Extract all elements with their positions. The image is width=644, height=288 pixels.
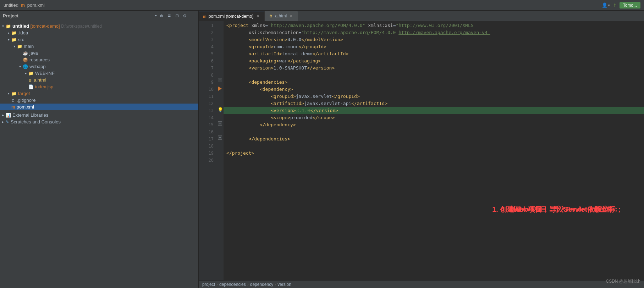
arrow-webapp xyxy=(17,65,23,68)
label-target: target xyxy=(18,91,197,96)
dropdown-arrow[interactable]: ▾ xyxy=(155,13,157,18)
tree-item-idea[interactable]: 📁 .idea xyxy=(0,29,198,36)
line-num-15: 15 xyxy=(199,121,214,128)
arrow-untitled-root xyxy=(0,24,6,28)
fold-marker-17[interactable]: − xyxy=(218,135,222,140)
scratch-icon: ✎ xyxy=(6,120,9,124)
tab-close-ahtml[interactable]: ✕ xyxy=(289,14,293,18)
code-line-12: <artifactId> javax.servlet-api </artifac… xyxy=(224,100,644,107)
label-scratches: Scratches and Consoles xyxy=(11,119,197,124)
tree-item-scratches[interactable]: ✎ Scratches and Consoles xyxy=(0,118,198,125)
line-num-11: 11 xyxy=(199,93,214,100)
label-java: java xyxy=(29,50,197,56)
line-num-19: 19 xyxy=(199,150,214,157)
code-editor[interactable]: 1 2 3 4 5 6 7 8 9 10 11 12 13 14 15 16 1… xyxy=(199,21,644,280)
line-num-8: 8 xyxy=(199,72,214,79)
tree-item-ahtml[interactable]: 🗎 a.html xyxy=(0,77,198,83)
code-line-2: xsi:schemaLocation="http://maven.apache.… xyxy=(224,29,644,36)
arrow-up-icon[interactable]: ↑ xyxy=(613,2,617,9)
fold-marker-15[interactable]: − xyxy=(218,121,222,126)
arrow-target xyxy=(6,92,11,95)
label-pomxml: pom.xml xyxy=(17,104,197,110)
tree-item-target[interactable]: 📁 target xyxy=(0,90,198,97)
sidebar-toolbar: ⊕ ≡ ⊡ ⚙ — xyxy=(159,13,196,19)
sidebar: Project ▾ ⊕ ≡ ⊡ ⚙ — 📁 untitled [tomcat-d… xyxy=(0,11,199,288)
line-num-1: 1 xyxy=(199,22,214,29)
arrow-extlibs xyxy=(0,113,6,117)
code-line-16 xyxy=(224,128,644,135)
locate-icon[interactable]: ⊕ xyxy=(159,13,164,19)
expand-icon[interactable]: ⊡ xyxy=(174,13,180,19)
gutter-marker-10 xyxy=(217,86,223,92)
tab-label-ahtml: a.html xyxy=(275,13,287,18)
hint-bulb-13[interactable]: 💡 xyxy=(218,107,223,113)
label-extlibs: External Libraries xyxy=(12,112,197,118)
sidebar-header: Project ▾ ⊕ ≡ ⊡ ⚙ — xyxy=(0,11,198,21)
project-tree[interactable]: 📁 untitled [tomcat-demo] D:\workspace\un… xyxy=(0,21,198,288)
code-line-4: <groupId> com.imooc </groupId> xyxy=(224,43,644,50)
tab-html-icon: 🗎 xyxy=(269,14,273,18)
line-numbers: 1 2 3 4 5 6 7 8 9 10 11 12 13 14 15 16 1… xyxy=(199,21,216,280)
code-line-1: <project xmlns="http://maven.apache.org/… xyxy=(224,22,644,29)
line-num-12: 12 xyxy=(199,100,214,107)
tree-item-java[interactable]: ☕ java xyxy=(0,50,198,56)
breadcrumb-item-dependency[interactable]: dependency xyxy=(250,282,273,287)
tab-ahtml[interactable]: 🗎 a.html ✕ xyxy=(265,11,298,21)
breadcrumb-item-version[interactable]: version xyxy=(277,282,291,287)
line-num-14: 14 xyxy=(199,114,214,121)
code-line-14: <scope> provided </scope> xyxy=(224,114,644,121)
line-num-6: 6 xyxy=(199,57,214,65)
gitignore-icon: 🗒 xyxy=(11,98,15,103)
code-line-9: <dependencies> xyxy=(224,79,644,86)
label-indexjsp: index.jsp xyxy=(35,84,197,89)
line-num-16: 16 xyxy=(199,128,214,135)
java-icon: ☕ xyxy=(23,51,28,56)
main-layout: Project ▾ ⊕ ≡ ⊡ ⚙ — 📁 untitled [tomcat-d… xyxy=(0,11,644,288)
tree-item-extlibs[interactable]: 📊 External Libraries xyxy=(0,112,198,118)
fold-marker-9[interactable]: − xyxy=(218,78,222,82)
breadcrumb-bar: project › dependencies › dependency › ve… xyxy=(199,280,644,288)
line-num-2: 2 xyxy=(199,29,214,36)
resources-icon: 📦 xyxy=(23,57,28,62)
tree-item-untitled-root[interactable]: 📁 untitled [tomcat-demo] D:\workspace\un… xyxy=(0,23,198,29)
watermark: CSDN @忽能比比 xyxy=(606,278,640,284)
folder-icon-webinf: 📁 xyxy=(28,71,34,76)
code-line-17: </dependencies> xyxy=(224,135,644,143)
settings-icon[interactable]: ⚙ xyxy=(182,13,188,19)
folder-icon-root: 📁 xyxy=(6,24,11,29)
tree-item-main[interactable]: 📁 main xyxy=(0,43,198,50)
folder-icon-src: 📁 xyxy=(11,37,17,42)
tree-item-resources[interactable]: 📦 resources xyxy=(0,56,198,63)
label-untitled: untitled [tomcat-demo] D:\workspace\unti… xyxy=(12,23,197,29)
code-line-19: </project> xyxy=(224,150,644,157)
code-content[interactable]: <project xmlns="http://maven.apache.org/… xyxy=(224,21,644,280)
code-line-11: <groupId> javax.servlet </groupId> xyxy=(224,93,644,100)
code-line-13: <version> 3.1.0 </version> xyxy=(224,107,644,114)
user-icon[interactable]: 👤▾ xyxy=(602,2,610,8)
folder-icon-target: 📁 xyxy=(11,91,17,96)
tab-pomxml[interactable]: m pom.xml (tomcat-demo) ✕ xyxy=(199,11,265,21)
folder-icon-main: 📁 xyxy=(17,44,22,49)
gutter: − 💡 − − xyxy=(216,21,224,280)
close-sidebar-icon[interactable]: — xyxy=(190,13,196,19)
tree-item-indexjsp[interactable]: 📄 index.jsp xyxy=(0,83,198,90)
tree-item-src[interactable]: 📁 src xyxy=(0,36,198,43)
line-num-4: 4 xyxy=(199,43,214,50)
arrow-webinf xyxy=(23,71,28,75)
code-line-15: </dependency> xyxy=(224,121,644,128)
code-line-5: <artifactId> tomcat-demo </artifactId> xyxy=(224,50,644,57)
tree-item-webinf[interactable]: 📁 WEB-INF xyxy=(0,70,198,77)
tab-close-pomxml[interactable]: ✕ xyxy=(255,14,260,18)
breadcrumb-item-project[interactable]: project xyxy=(202,282,215,287)
tabs-bar: m pom.xml (tomcat-demo) ✕ 🗎 a.html ✕ xyxy=(199,11,644,21)
tree-item-gitignore[interactable]: 🗒 .gitignore xyxy=(0,97,198,104)
arrow-main xyxy=(11,44,17,48)
tree-item-pomxml[interactable]: m pom.xml xyxy=(0,104,198,110)
tomcat-button[interactable]: Tomo... xyxy=(620,2,640,9)
webapp-icon: 🌐 xyxy=(23,64,28,69)
tree-item-webapp[interactable]: 🌐 webapp xyxy=(0,63,198,70)
breadcrumb-item-dependencies[interactable]: dependencies xyxy=(219,282,246,287)
version-value: 3.1.0 xyxy=(296,107,310,114)
html-file-icon: 🗎 xyxy=(28,78,32,82)
collapse-icon[interactable]: ≡ xyxy=(166,13,172,19)
